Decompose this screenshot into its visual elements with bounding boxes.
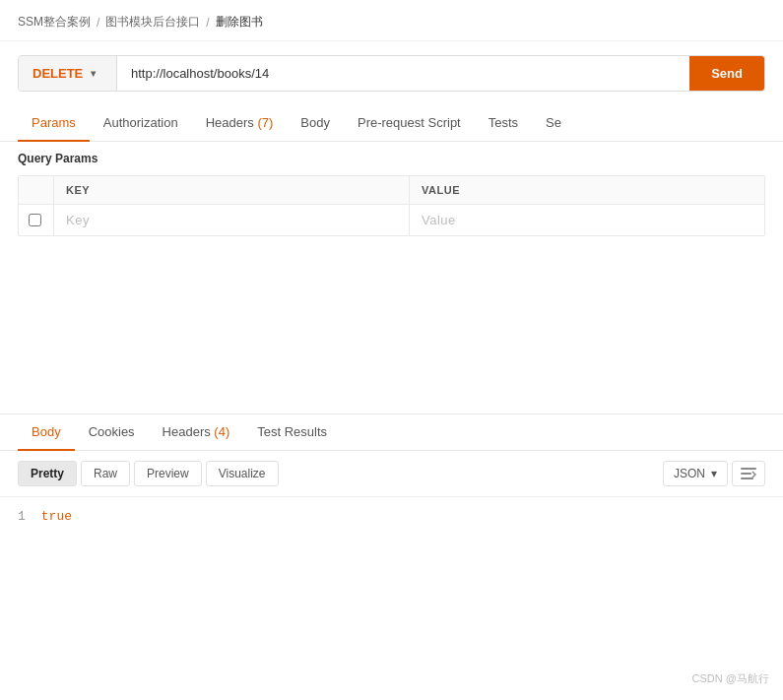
row-checkbox-col [19,205,54,235]
format-pretty-button[interactable]: Pretty [18,461,77,486]
table-check-header [19,176,54,204]
breadcrumb-item-1[interactable]: SSM整合案例 [18,14,91,31]
type-select-label: JSON [674,467,705,480]
table-row: Key Value [19,205,764,235]
table-key-header: KEY [54,176,410,204]
tab-body[interactable]: Body [287,105,344,142]
format-bar: Pretty Raw Preview Visualize JSON ▾ [0,451,783,497]
row-checkbox[interactable] [29,214,41,226]
url-bar: DELETE ▾ Send [18,55,765,92]
tab-params[interactable]: Params [18,105,90,142]
format-visualize-button[interactable]: Visualize [206,461,279,486]
response-tabs: Body Cookies Headers (4) Test Results [0,414,783,451]
query-params-label: Query Params [0,142,783,175]
breadcrumb-item-3: 删除图书 [216,14,263,31]
breadcrumb-sep-2: / [206,16,209,30]
chevron-down-icon: ▾ [711,467,717,480]
breadcrumb-item-2[interactable]: 图书模块后台接口 [105,14,200,31]
tab-tests[interactable]: Tests [475,105,532,142]
send-button[interactable]: Send [689,56,764,91]
method-label: DELETE [33,66,83,81]
wrap-button[interactable] [732,461,765,486]
svg-rect-1 [741,473,751,475]
chevron-down-icon: ▾ [91,68,96,79]
breadcrumb-sep-1: / [97,16,99,30]
response-tab-testresults[interactable]: Test Results [243,414,341,451]
request-tabs: Params Authorization Headers (7) Body Pr… [0,105,783,142]
tab-headers[interactable]: Headers (7) [192,105,288,142]
tab-authorization[interactable]: Authorization [90,105,192,142]
tab-prerequest[interactable]: Pre-request Script [344,105,475,142]
row-value-cell[interactable]: Value [410,205,764,235]
table-header: KEY VALUE [19,176,764,205]
svg-rect-2 [741,477,753,479]
row-key-cell[interactable]: Key [54,205,410,235]
tab-settings[interactable]: Se [532,105,575,142]
response-tab-headers[interactable]: Headers (4) [149,414,244,451]
format-raw-button[interactable]: Raw [81,461,130,486]
params-table: KEY VALUE Key Value [18,175,765,236]
method-select[interactable]: DELETE ▾ [19,56,117,91]
svg-rect-0 [741,468,756,470]
type-select[interactable]: JSON ▾ [663,461,728,486]
format-preview-button[interactable]: Preview [134,461,202,486]
url-input[interactable] [117,56,689,91]
response-headers-badge: (4) [214,424,229,439]
response-body: 1true [0,497,783,536]
breadcrumb: SSM整合案例 / 图书模块后台接口 / 删除图书 [0,0,783,41]
response-tab-cookies[interactable]: Cookies [75,414,149,451]
table-value-header: VALUE [410,176,764,204]
watermark: CSDN @马航行 [692,671,769,686]
headers-badge: (7) [257,115,273,130]
body-value: true [41,509,72,524]
line-number-1: 1 [18,509,26,524]
response-tab-body[interactable]: Body [18,414,75,451]
